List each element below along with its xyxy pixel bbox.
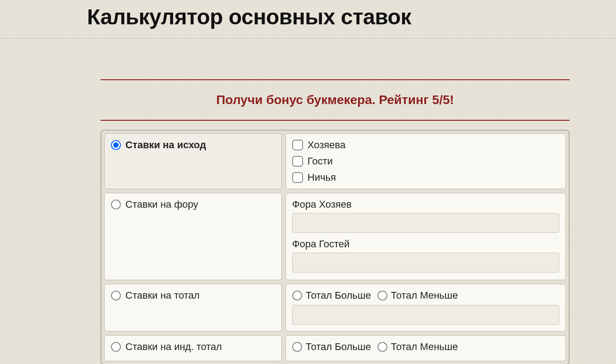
calculator-panel: Ставки на исход Хозяева Гости Н	[101, 130, 570, 364]
radio-handicap-label: Ставки на фору	[125, 199, 198, 210]
radio-ind-total-label: Ставки на инд. тотал	[125, 341, 222, 353]
handicap-fields: Фора Хозяев Фора Гостей	[285, 193, 566, 280]
bet-type-handicap[interactable]: Ставки на фору	[104, 193, 282, 280]
checkbox-home[interactable]	[292, 140, 303, 150]
bet-type-outcome[interactable]: Ставки на исход	[104, 133, 282, 189]
content-container: Калькулятор основных ставок	[28, 0, 588, 38]
bet-type-ind-total[interactable]: Ставки на инд. тотал	[104, 335, 282, 361]
title-separator	[0, 38, 616, 39]
checkbox-away[interactable]	[292, 156, 303, 167]
promo-link[interactable]: Получи бонус букмекера. Рейтинг 5/5!	[101, 80, 570, 120]
checkbox-draw-label: Ничья	[308, 172, 336, 183]
page-title: Калькулятор основных ставок	[83, 0, 588, 38]
radio-total-under-label: Тотал Меньше	[391, 290, 458, 301]
promo-block: Получи бонус букмекера. Рейтинг 5/5!	[101, 79, 570, 121]
radio-total-label: Ставки на тотал	[125, 290, 200, 301]
checkbox-away-label: Гости	[308, 155, 333, 167]
main-container: Получи бонус букмекера. Рейтинг 5/5! Ста…	[28, 79, 588, 364]
radio-total-over-label: Тотал Больше	[306, 290, 371, 301]
radio-total-over[interactable]	[292, 291, 302, 300]
radio-ind-total-under-label: Тотал Меньше	[391, 341, 458, 353]
checkbox-draw[interactable]	[292, 172, 303, 183]
handicap-home-input[interactable]	[292, 213, 559, 233]
total-value-input[interactable]	[292, 305, 559, 325]
calculator-grid: Ставки на исход Хозяева Гости Н	[104, 133, 566, 361]
promo-rule-bottom	[101, 120, 570, 121]
checkbox-home-label: Хозяева	[308, 139, 345, 151]
radio-handicap[interactable]	[111, 200, 121, 209]
handicap-away-input[interactable]	[292, 253, 559, 273]
bet-type-total[interactable]: Ставки на тотал	[104, 284, 282, 332]
handicap-away-label: Фора Гостей	[292, 238, 559, 250]
handicap-home-label: Фора Хозяев	[292, 199, 559, 210]
radio-ind-total-over[interactable]	[292, 342, 302, 352]
radio-ind-total[interactable]	[111, 342, 121, 352]
radio-outcome-label: Ставки на исход	[125, 139, 206, 151]
total-options: Тотал Больше Тотал Меньше	[285, 284, 566, 332]
radio-total-under[interactable]	[377, 291, 387, 300]
radio-ind-total-over-label: Тотал Больше	[306, 341, 371, 353]
radio-total[interactable]	[111, 291, 121, 300]
radio-outcome[interactable]	[111, 140, 121, 150]
radio-ind-total-under[interactable]	[377, 342, 387, 352]
outcome-options: Хозяева Гости Ничья	[285, 133, 566, 189]
ind-total-options: Тотал Больше Тотал Меньше	[285, 335, 566, 361]
